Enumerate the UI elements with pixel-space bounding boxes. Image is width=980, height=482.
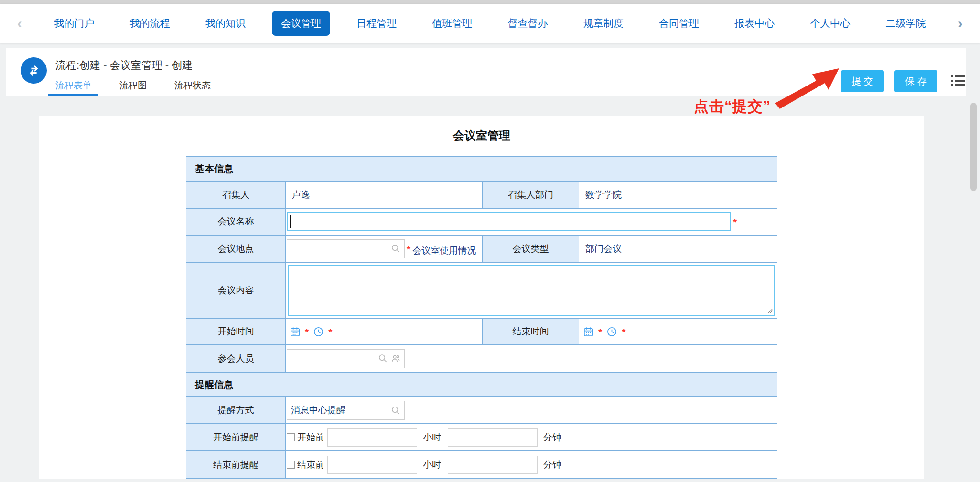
- end-minutes-input[interactable]: [448, 456, 538, 474]
- meeting-content-label: 会议内容: [186, 262, 286, 318]
- table-row-remind-before-end: 结束前提醒 结束前 小时 分钟: [186, 451, 777, 478]
- annotation-arrow-icon: [775, 67, 842, 110]
- page-title: 流程:创建 - 会议室管理 - 创建: [55, 58, 193, 73]
- nav-item-regulations[interactable]: 规章制度: [574, 11, 633, 36]
- form-title: 会议室管理: [39, 116, 924, 143]
- tab-process-status[interactable]: 流程状态: [174, 79, 211, 92]
- save-button[interactable]: 保 存: [894, 70, 937, 92]
- start-time-field: * *: [286, 326, 482, 337]
- top-navbar: ‹ 我的门户 我的流程 我的知识 会议管理 日程管理 值班管理 督查督办 规章制…: [0, 4, 980, 43]
- nav-item-my-flows[interactable]: 我的流程: [120, 11, 179, 36]
- submit-button[interactable]: 提 交: [841, 70, 884, 92]
- convener-dept-value: 数学学院: [579, 181, 777, 208]
- clock-icon[interactable]: [606, 326, 617, 337]
- search-icon[interactable]: [391, 244, 400, 253]
- form-panel: 会议室管理 基本信息 召集人 卢逸 召集人部门 数学学院 会议名称: [39, 116, 924, 479]
- before-end-text: 结束前: [297, 459, 324, 471]
- nav-item-meeting-management[interactable]: 会议管理: [272, 11, 330, 36]
- start-minutes-input[interactable]: [448, 428, 538, 447]
- end-time-label: 结束时间: [483, 318, 579, 345]
- before-start-text: 开始前: [297, 431, 324, 444]
- nav-item-duty[interactable]: 值班管理: [423, 11, 481, 36]
- minutes-unit: 分钟: [543, 431, 561, 444]
- nav-item-secondary-college[interactable]: 二级学院: [877, 11, 935, 36]
- attendees-label: 参会人员: [186, 345, 286, 372]
- table-row-meeting-content: 会议内容: [186, 262, 777, 318]
- minutes-unit: 分钟: [543, 459, 561, 471]
- table-row-attendees: 参会人员: [186, 345, 777, 372]
- meeting-type-value: 部门会议: [579, 235, 777, 262]
- remind-before-start-label: 开始前提醒: [186, 424, 286, 451]
- app-root: ‹ 我的门户 我的流程 我的知识 会议管理 日程管理 值班管理 督查督办 规章制…: [0, 0, 980, 482]
- end-time-field: * *: [579, 326, 777, 337]
- vertical-scrollbar-thumb[interactable]: [970, 103, 977, 191]
- room-usage-link[interactable]: 会议室使用情况: [412, 245, 476, 257]
- nav-item-personal-center[interactable]: 个人中心: [801, 11, 859, 36]
- section-title-basic: 基本信息: [186, 156, 777, 181]
- list-menu-icon[interactable]: [951, 75, 965, 88]
- remind-before-end-label: 结束前提醒: [186, 451, 286, 478]
- active-tab-underline: [48, 94, 98, 96]
- remind-before-start-checkbox[interactable]: [287, 433, 295, 441]
- required-asterisk: *: [305, 326, 309, 338]
- nav-scroll-right-icon[interactable]: ›: [952, 15, 969, 32]
- table-row-convener: 召集人 卢逸 召集人部门 数学学院: [186, 181, 777, 208]
- search-icon[interactable]: [391, 406, 400, 415]
- start-time-label: 开始时间: [186, 318, 286, 345]
- calendar-icon[interactable]: [290, 326, 301, 337]
- hours-unit: 小时: [423, 431, 441, 444]
- section-row-basic: 基本信息: [186, 156, 777, 181]
- search-icon[interactable]: [378, 354, 388, 363]
- meeting-name-label: 会议名称: [186, 208, 286, 235]
- text-caret: [290, 215, 291, 228]
- hours-unit: 小时: [423, 459, 441, 471]
- required-asterisk: *: [328, 326, 332, 338]
- nav-item-supervision[interactable]: 督查督办: [499, 11, 557, 36]
- nav-item-reports[interactable]: 报表中心: [725, 11, 784, 36]
- remind-way-value: 消息中心提醒: [291, 404, 345, 417]
- resize-handle-icon[interactable]: [767, 308, 773, 314]
- calendar-icon[interactable]: [583, 326, 594, 337]
- window-top-strip: [0, 0, 980, 4]
- nav-item-schedule[interactable]: 日程管理: [347, 11, 406, 36]
- required-asterisk: *: [733, 216, 737, 228]
- table-row-remind-way: 提醒方式 消息中心提醒: [186, 397, 777, 424]
- tab-process-diagram[interactable]: 流程图: [119, 79, 147, 92]
- table-row-times: 开始时间 *: [186, 318, 777, 345]
- end-hours-input[interactable]: [327, 456, 417, 474]
- meeting-place-label: 会议地点: [186, 235, 286, 262]
- table-row-meeting-place: 会议地点 * 会议室使用情况 会议类型 部门会议: [186, 235, 777, 262]
- start-hours-input[interactable]: [327, 428, 417, 447]
- workflow-icon: [21, 57, 47, 84]
- cycle-arrows-icon: [27, 64, 41, 78]
- annotation-text: 点击“提交”: [694, 96, 771, 117]
- nav-item-my-portal[interactable]: 我的门户: [45, 11, 103, 36]
- table-row-meeting-name: 会议名称 *: [186, 208, 777, 235]
- nav-item-contracts[interactable]: 合同管理: [650, 11, 708, 36]
- meeting-form-table: 基本信息 召集人 卢逸 召集人部门 数学学院 会议名称 *: [186, 156, 777, 479]
- tab-process-form[interactable]: 流程表单: [55, 79, 92, 92]
- remind-before-end-checkbox[interactable]: [287, 461, 295, 469]
- meeting-name-input[interactable]: [287, 212, 731, 231]
- meeting-type-label: 会议类型: [483, 235, 579, 262]
- process-tabs: 流程表单 流程图 流程状态: [55, 79, 211, 92]
- nav-item-my-knowledge[interactable]: 我的知识: [196, 11, 255, 36]
- convener-label: 召集人: [186, 181, 286, 208]
- clock-icon[interactable]: [313, 326, 324, 337]
- section-row-remind: 提醒信息: [186, 372, 777, 397]
- remind-way-input[interactable]: 消息中心提醒: [287, 401, 405, 420]
- remind-way-label: 提醒方式: [186, 397, 286, 424]
- section-title-remind: 提醒信息: [186, 372, 777, 397]
- required-asterisk: *: [598, 326, 602, 338]
- required-asterisk: *: [622, 326, 625, 338]
- nav-scroll-left-icon[interactable]: ‹: [11, 15, 28, 32]
- convener-value: 卢逸: [286, 181, 483, 208]
- attendees-input[interactable]: [287, 349, 405, 368]
- people-picker-icon[interactable]: [391, 354, 400, 363]
- meeting-place-input[interactable]: [287, 239, 405, 258]
- table-row-remind-before-start: 开始前提醒 开始前 小时 分钟: [186, 424, 777, 451]
- required-asterisk: *: [407, 244, 410, 255]
- meeting-content-textarea[interactable]: [288, 265, 775, 316]
- convener-dept-label: 召集人部门: [483, 181, 579, 208]
